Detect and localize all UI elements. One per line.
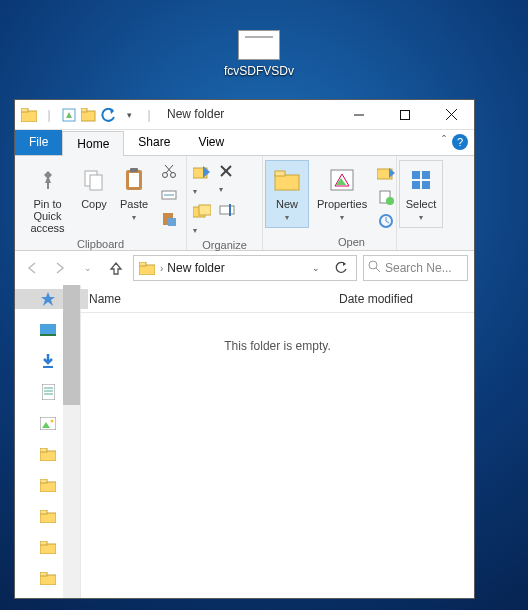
column-date[interactable]: Date modified	[331, 292, 421, 306]
svg-point-16	[171, 173, 176, 178]
select-button[interactable]: Select ▾	[399, 160, 443, 228]
open-icon[interactable]	[375, 164, 397, 182]
window-controls	[336, 100, 474, 129]
open-mini-buttons	[375, 164, 397, 230]
svg-rect-63	[40, 572, 47, 576]
help-icon[interactable]: ?	[452, 134, 468, 150]
nav-folder-5[interactable]	[39, 568, 64, 588]
forward-button[interactable]	[49, 257, 71, 279]
qat-undo-icon[interactable]	[99, 104, 119, 126]
nav-folder-1[interactable]	[39, 444, 64, 464]
collapse-ribbon-icon[interactable]: ˆ	[442, 134, 446, 148]
rename-icon[interactable]	[219, 203, 237, 237]
nav-folder-4[interactable]	[39, 537, 64, 557]
select-icon	[405, 164, 437, 196]
desktop-shortcut[interactable]: fcvSDFVSDv	[214, 30, 304, 78]
paste-icon	[118, 164, 150, 196]
svg-rect-42	[139, 262, 146, 266]
tab-home[interactable]: Home	[62, 131, 124, 156]
navigation-pane[interactable]	[15, 285, 81, 598]
cut-icon[interactable]	[158, 162, 180, 180]
new-label: New	[276, 198, 298, 210]
ribbon-group-open: Properties ▾ Open	[307, 156, 397, 250]
search-input[interactable]: Search Ne...	[363, 255, 468, 281]
svg-rect-55	[40, 448, 47, 452]
refresh-button[interactable]	[330, 257, 352, 279]
nav-downloads[interactable]	[39, 351, 64, 371]
nav-scrollbar-thumb[interactable]	[63, 285, 80, 405]
maximize-button[interactable]	[382, 100, 428, 129]
qat-folder-icon[interactable]	[19, 104, 39, 126]
nav-desktop[interactable]	[39, 320, 64, 340]
copy-icon	[78, 164, 110, 196]
address-bar[interactable]: › New folder ⌄	[133, 255, 357, 281]
spacer2	[399, 246, 443, 250]
svg-point-35	[386, 197, 394, 205]
qat-properties-icon[interactable]	[59, 104, 79, 126]
folder-icon	[138, 259, 156, 277]
sort-indicator-icon: ˆ	[201, 285, 204, 292]
recent-locations-dropdown[interactable]: ⌄	[77, 257, 99, 279]
svg-rect-59	[40, 510, 47, 514]
svg-rect-0	[21, 111, 37, 122]
breadcrumb-separator-icon[interactable]: ›	[160, 263, 163, 274]
svg-rect-28	[220, 206, 234, 214]
nav-folder-3[interactable]	[39, 506, 64, 526]
tab-file[interactable]: File	[15, 130, 62, 155]
properties-dropdown-icon[interactable]: ▾	[340, 212, 344, 224]
svg-rect-38	[422, 171, 430, 179]
delete-icon[interactable]: ▾	[219, 164, 233, 198]
file-list: ˆ Name Date modified This folder is empt…	[81, 285, 474, 598]
properties-icon	[326, 164, 358, 196]
nav-documents[interactable]	[39, 382, 64, 402]
svg-rect-30	[275, 175, 299, 190]
paste-shortcut-icon[interactable]	[158, 210, 180, 228]
address-dropdown-icon[interactable]: ⌄	[306, 263, 326, 273]
svg-point-53	[51, 419, 54, 422]
copy-button[interactable]: Copy	[74, 162, 114, 212]
new-dropdown-icon[interactable]: ▾	[285, 212, 289, 224]
documents-icon	[39, 383, 57, 401]
properties-button[interactable]: Properties ▾	[313, 162, 371, 226]
column-name[interactable]: Name	[81, 292, 331, 306]
divider-icon: |	[39, 104, 59, 126]
new-button[interactable]: New ▾	[265, 160, 309, 228]
folder-icon	[39, 538, 57, 556]
qat-customize-dropdown[interactable]: ▾	[119, 104, 139, 126]
svg-rect-1	[21, 108, 28, 112]
downloads-icon	[39, 352, 57, 370]
folder-icon	[39, 507, 57, 525]
breadcrumb[interactable]: New folder	[167, 261, 224, 275]
column-headers: ˆ Name Date modified	[81, 285, 474, 313]
tab-view[interactable]: View	[184, 130, 238, 155]
close-button[interactable]	[428, 100, 474, 129]
pin-to-quick-access-button[interactable]: Pin to Quick access	[21, 162, 74, 236]
paste-button[interactable]: Paste ▾	[114, 162, 154, 226]
paste-label: Paste	[120, 198, 148, 210]
svg-rect-6	[401, 110, 410, 119]
svg-rect-4	[81, 108, 87, 112]
copy-path-icon[interactable]	[158, 186, 180, 204]
svg-rect-40	[422, 181, 430, 189]
folder-icon	[39, 445, 57, 463]
qat-newfolder-icon[interactable]	[79, 104, 99, 126]
select-dropdown-icon[interactable]: ▾	[419, 212, 423, 224]
nav-pictures[interactable]	[39, 413, 64, 433]
pictures-icon	[39, 414, 57, 432]
tab-share[interactable]: Share	[124, 130, 184, 155]
group-open-label: Open	[313, 234, 390, 250]
edit-icon[interactable]	[375, 188, 397, 206]
ribbon-group-organize: ▾ ▾ ▾ Organize	[187, 156, 263, 250]
quick-access-icon	[39, 290, 57, 308]
move-to-icon[interactable]: ▾	[193, 164, 211, 198]
ribbon-group-new: New ▾	[263, 156, 307, 250]
minimize-button[interactable]	[336, 100, 382, 129]
nav-folder-2[interactable]	[39, 475, 64, 495]
paste-dropdown-icon[interactable]: ▾	[132, 212, 136, 224]
back-button[interactable]	[21, 257, 43, 279]
history-icon[interactable]	[375, 212, 397, 230]
copy-to-icon[interactable]: ▾	[193, 203, 211, 237]
up-button[interactable]	[105, 257, 127, 279]
svg-rect-52	[40, 417, 56, 430]
svg-rect-22	[168, 218, 176, 226]
